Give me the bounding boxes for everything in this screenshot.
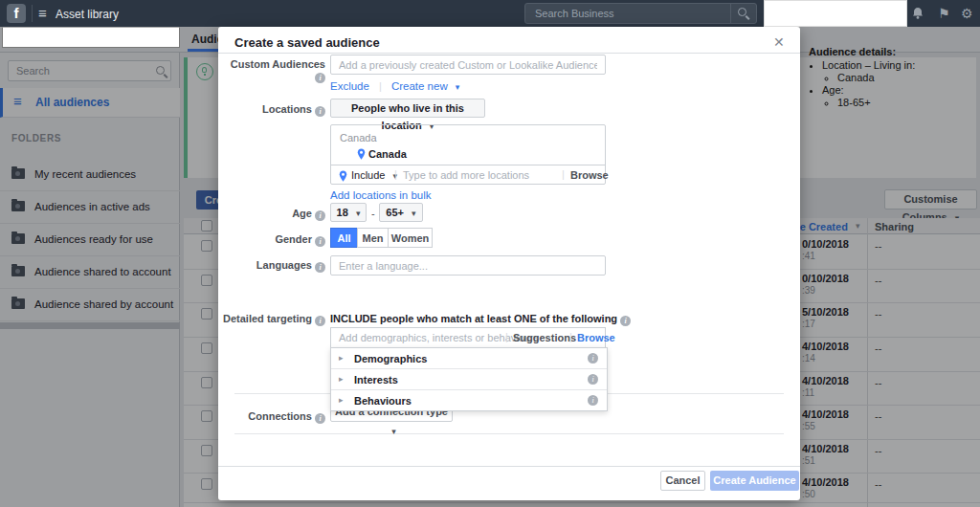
label-text: Languages — [256, 259, 312, 271]
redacted-account-box — [2, 27, 180, 48]
age-range-dash: - — [371, 208, 375, 219]
caret-down-icon: ▾ — [412, 209, 416, 218]
close-icon[interactable]: ✕ — [773, 34, 785, 50]
info-icon[interactable]: i — [315, 236, 325, 247]
custom-audiences-links: Exclude | Create new ▾ — [330, 80, 459, 92]
targeting-category-demographics[interactable]: ▸ Demographics i — [331, 348, 607, 369]
locations-box: Canada Canada Include ▾ | Type to add mo… — [330, 124, 606, 185]
custom-audiences-label: Custom Audiences i — [218, 58, 325, 83]
label-text: Detailed targeting — [223, 313, 312, 324]
notifications-bell-icon[interactable] — [911, 7, 924, 20]
custom-audiences-input[interactable] — [330, 55, 606, 75]
audience-detail-item: Location – Living in: Canada — [822, 59, 976, 84]
divider: | — [505, 331, 508, 342]
divider — [218, 466, 800, 467]
create-new-dropdown[interactable]: Create new — [391, 80, 448, 92]
browse-targeting-button[interactable]: Browse — [577, 332, 615, 343]
info-icon[interactable]: i — [315, 73, 325, 83]
detail-sub-item: Canada — [837, 72, 976, 84]
gender-option-women[interactable]: Women — [388, 228, 433, 248]
location-group-label: Canada — [340, 132, 377, 143]
info-icon[interactable]: i — [588, 374, 598, 385]
chevron-right-icon: ▸ — [339, 353, 344, 363]
info-icon[interactable]: i — [588, 395, 598, 406]
targeting-category-behaviours[interactable]: ▸ Behaviours i — [331, 390, 607, 411]
selected-location: Canada — [357, 148, 407, 160]
languages-label: Languages i — [218, 259, 325, 273]
age-min-value: 18 — [337, 207, 348, 218]
audience-detail-item: Age: 18-65+ — [822, 84, 976, 109]
divider — [32, 5, 33, 22]
location-pin-icon — [339, 170, 347, 182]
divider: | — [562, 168, 565, 180]
audience-details-heading: Audience details: — [809, 46, 976, 58]
label-text: Gender — [275, 233, 312, 245]
modal-title: Create a saved audience — [234, 35, 380, 50]
category-label: Behaviours — [354, 395, 412, 407]
info-icon[interactable]: i — [315, 413, 325, 424]
detailed-targeting-label: Detailed targeting i — [218, 313, 325, 326]
audience-details-annotation: Audience details: Location – Living in: … — [809, 46, 976, 109]
include-label: Include — [351, 169, 385, 181]
info-icon[interactable]: i — [588, 353, 598, 364]
detailed-targeting-input[interactable]: Add demographics, interests or behaviour… — [330, 327, 606, 347]
create-audience-submit-button[interactable]: Create Audience — [710, 471, 799, 491]
add-locations-placeholder[interactable]: Type to add more locations — [403, 169, 529, 181]
flag-icon[interactable]: ⚑ — [938, 6, 950, 21]
add-locations-in-bulk-link[interactable]: Add locations in bulk — [330, 189, 431, 201]
exclude-link[interactable]: Exclude — [330, 80, 369, 92]
facebook-logo-icon[interactable]: f — [7, 4, 26, 23]
info-icon[interactable]: i — [315, 316, 325, 326]
location-mode-dropdown[interactable]: People who live in this location ▾ — [330, 99, 485, 118]
detail-label: Location – Living in: — [822, 59, 915, 71]
label-text: Locations — [262, 103, 312, 115]
age-min-dropdown[interactable]: 18 ▾ — [330, 203, 367, 222]
business-search-placeholder: Search Business — [535, 8, 614, 19]
include-dropdown[interactable]: Include ▾ — [351, 169, 397, 181]
divider: | — [569, 331, 572, 342]
label-text: Custom Audiences — [231, 58, 325, 70]
search-icon — [737, 7, 749, 19]
locations-label: Locations i — [218, 103, 325, 117]
caret-down-icon: ▾ — [456, 82, 460, 92]
gender-option-men[interactable]: Men — [357, 228, 389, 248]
include-match-text: INCLUDE people who match at least ONE of… — [330, 313, 631, 326]
business-search-box[interactable]: Search Business — [524, 3, 757, 24]
connections-label: Connections i — [218, 410, 325, 424]
detail-label: Age: — [822, 84, 844, 96]
gender-label: Gender i — [218, 233, 325, 247]
info-icon[interactable]: i — [315, 262, 325, 273]
targeting-browse-panel: ▸ Demographics i ▸ Interests i ▸ Behavio… — [330, 347, 608, 411]
settings-gear-icon[interactable]: ⚙ — [961, 6, 973, 21]
search-button[interactable] — [730, 4, 756, 23]
selected-location-label: Canada — [368, 148, 407, 160]
location-pin-icon — [357, 148, 366, 160]
suggestions-button[interactable]: Suggestions — [513, 332, 576, 343]
hamburger-menu-icon[interactable]: ≡ — [38, 5, 47, 21]
age-max-dropdown[interactable]: 65+ ▾ — [379, 203, 423, 222]
label-text: Connections — [248, 410, 312, 422]
chevron-right-icon: ▸ — [339, 395, 344, 405]
info-icon[interactable]: i — [620, 316, 631, 326]
category-label: Demographics — [354, 353, 427, 364]
age-max-value: 65+ — [386, 207, 404, 218]
divider — [218, 53, 800, 54]
location-include-bar: Include ▾ | Type to add more locations |… — [331, 165, 605, 186]
info-icon[interactable]: i — [315, 210, 325, 221]
category-label: Interests — [354, 374, 398, 386]
redacted-profile-box — [764, 0, 907, 27]
divider: | — [379, 80, 382, 92]
caret-down-icon: ▾ — [391, 427, 396, 436]
languages-input[interactable] — [330, 255, 606, 276]
detail-sub-item: 18-65+ — [837, 97, 976, 109]
gender-option-all[interactable]: All — [330, 228, 358, 248]
targeting-category-interests[interactable]: ▸ Interests i — [331, 369, 607, 390]
divider: | — [394, 168, 397, 180]
info-icon[interactable]: i — [315, 106, 325, 117]
chevron-right-icon: ▸ — [339, 374, 344, 384]
detailed-targeting-placeholder: Add demographics, interests or behaviour… — [339, 332, 539, 343]
browse-locations-button[interactable]: Browse — [570, 169, 609, 181]
cancel-button[interactable]: Cancel — [660, 471, 705, 491]
divider — [234, 433, 784, 434]
age-label: Age i — [218, 208, 325, 221]
